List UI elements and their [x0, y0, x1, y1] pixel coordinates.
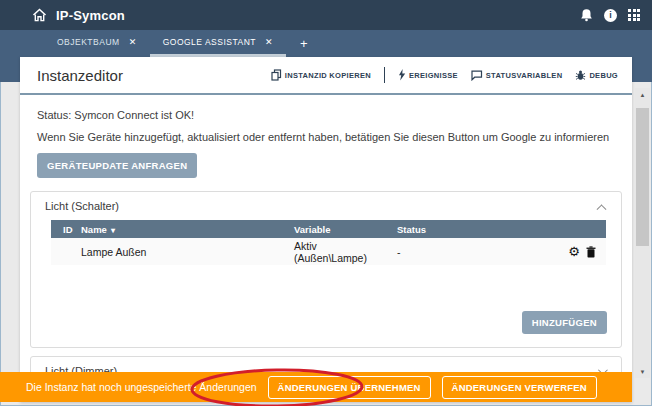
vertical-scrollbar[interactable]: ▲ ▼	[635, 88, 650, 378]
new-tab-button[interactable]: +	[286, 30, 322, 57]
page-title: Instanzeditor	[37, 67, 123, 84]
editor-toolbar: INSTANZID KOPIEREN EREIGNISSE STATUSVARI…	[271, 67, 618, 83]
card-body: Status: Symcon Connect ist OK! Wenn Sie …	[20, 109, 632, 386]
panel-title: Licht (Schalter)	[45, 200, 119, 212]
home-icon[interactable]	[32, 8, 47, 22]
scrollbar-thumb[interactable]	[636, 108, 649, 246]
events-button[interactable]: EREIGNISSE	[398, 69, 458, 81]
sort-caret-icon: ▾	[111, 226, 115, 235]
bug-icon	[575, 70, 586, 81]
app-title: IP-Symcon	[56, 8, 125, 23]
tab-bar: OBJEKTBAUM ✕ GOOGLE ASSISTANT ✕ +	[0, 30, 652, 57]
devices-table: ID Name▾ Variable Status Lampe Außen Akt…	[51, 220, 606, 265]
app-window: IP-Symcon i OBJEKTBAUM ✕ GOOGLE ASSISTAN…	[0, 0, 652, 406]
panel-header-licht-schalter[interactable]: Licht (Schalter)	[31, 192, 621, 220]
instance-editor-card: Instanzeditor INSTANZID KOPIEREN EREIGNI…	[20, 57, 632, 402]
close-icon[interactable]: ✕	[129, 37, 137, 47]
tool-label: EREIGNISSE	[409, 71, 458, 80]
scroll-down-button[interactable]: ▼	[635, 365, 650, 378]
tab-label: OBJEKTBAUM	[57, 37, 120, 47]
panel-actions: HINZUFÜGEN	[31, 311, 621, 347]
column-header-status: Status	[389, 224, 556, 235]
navbar-actions: i	[580, 8, 642, 22]
table-header-row: ID Name▾ Variable Status	[51, 220, 606, 238]
cell-variable: Aktiv (Außen\Lampe)	[286, 240, 389, 264]
close-icon[interactable]: ✕	[265, 37, 273, 47]
column-header-name[interactable]: Name▾	[81, 224, 286, 235]
chevron-up-icon	[597, 204, 607, 214]
panel-licht-schalter: Licht (Schalter) ID Name▾ Variable Statu…	[30, 191, 622, 348]
info-icon[interactable]: i	[604, 9, 617, 22]
speech-bubble-icon	[471, 70, 483, 81]
bell-icon[interactable]	[580, 8, 593, 22]
table-row: Lampe Außen Aktiv (Außen\Lampe) - ⚙	[51, 238, 606, 265]
column-header-id: ID	[51, 224, 81, 235]
card-header: Instanzeditor INSTANZID KOPIEREN EREIGNI…	[20, 57, 632, 95]
connect-status-text: Status: Symcon Connect ist OK!	[37, 109, 622, 121]
apps-grid-icon[interactable]	[628, 9, 640, 21]
column-header-variable: Variable	[286, 224, 389, 235]
copy-instanceid-button[interactable]: INSTANZID KOPIEREN	[271, 69, 371, 81]
tab-objektbaum[interactable]: OBJEKTBAUM ✕	[44, 30, 150, 57]
lightning-icon	[398, 69, 406, 81]
table-empty-space	[31, 265, 621, 311]
add-device-button[interactable]: HINZUFÜGEN	[522, 311, 607, 334]
tab-google-assistant[interactable]: GOOGLE ASSISTANT ✕	[150, 30, 286, 57]
trash-icon[interactable]	[586, 246, 596, 258]
update-info-text: Wenn Sie Geräte hinzugefügt, aktualisier…	[37, 131, 622, 143]
scroll-up-button[interactable]: ▲	[635, 88, 650, 101]
row-actions: ⚙	[556, 245, 606, 258]
brand: IP-Symcon	[32, 8, 125, 23]
debug-button[interactable]: DEBUG	[575, 70, 618, 81]
tool-label: STATUSVARIABLEN	[486, 71, 563, 80]
tab-label: GOOGLE ASSISTANT	[163, 37, 256, 47]
copy-icon	[271, 69, 282, 81]
statusvariables-button[interactable]: STATUSVARIABLEN	[471, 70, 563, 81]
top-navbar: IP-Symcon i	[0, 0, 652, 30]
apply-changes-button[interactable]: ÄNDERUNGEN ÜBERNEHMEN	[268, 376, 431, 399]
toolbar-divider	[384, 67, 385, 83]
unsaved-changes-bar: Die Instanz hat noch ungespeicherte Ände…	[0, 372, 632, 402]
cell-status: -	[389, 246, 556, 258]
request-device-update-button[interactable]: GERÄTEUPDATE ANFRAGEN	[37, 153, 197, 178]
discard-changes-button[interactable]: ÄNDERUNGEN VERWERFEN	[442, 376, 597, 399]
cell-name: Lampe Außen	[81, 246, 286, 258]
unsaved-changes-message: Die Instanz hat noch ungespeicherte Ände…	[26, 381, 257, 393]
tool-label: INSTANZID KOPIEREN	[285, 71, 371, 80]
tool-label: DEBUG	[589, 71, 618, 80]
gear-icon[interactable]: ⚙	[568, 245, 580, 258]
